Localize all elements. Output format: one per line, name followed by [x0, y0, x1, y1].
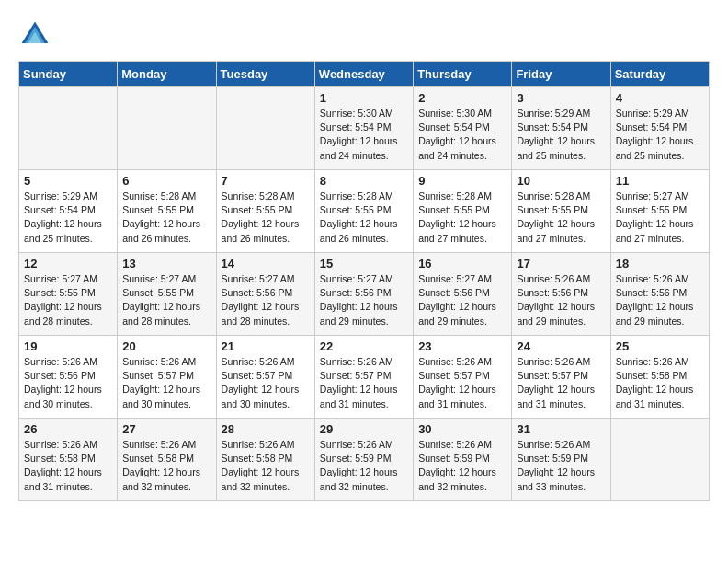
weekday-header-sunday: Sunday	[19, 62, 118, 87]
calendar-cell: 21Sunrise: 5:26 AMSunset: 5:57 PMDayligh…	[216, 336, 314, 419]
day-number: 19	[24, 339, 112, 353]
calendar-cell: 14Sunrise: 5:27 AMSunset: 5:56 PMDayligh…	[216, 253, 314, 336]
cell-info: Sunrise: 5:26 AMSunset: 5:58 PMDaylight:…	[24, 438, 112, 494]
calendar-cell: 27Sunrise: 5:26 AMSunset: 5:58 PMDayligh…	[118, 419, 216, 501]
cell-info: Sunrise: 5:27 AMSunset: 5:56 PMDaylight:…	[320, 272, 408, 328]
page-header	[18, 18, 710, 52]
day-number: 11	[616, 174, 704, 188]
day-number: 20	[122, 339, 210, 353]
calendar-cell: 30Sunrise: 5:26 AMSunset: 5:59 PMDayligh…	[414, 419, 512, 501]
logo-icon	[18, 18, 51, 52]
calendar-cell: 17Sunrise: 5:26 AMSunset: 5:56 PMDayligh…	[512, 253, 610, 336]
day-number: 1	[320, 91, 408, 105]
day-number: 8	[320, 174, 408, 188]
cell-info: Sunrise: 5:26 AMSunset: 5:56 PMDaylight:…	[616, 272, 704, 328]
weekday-header-row: SundayMondayTuesdayWednesdayThursdayFrid…	[19, 62, 710, 87]
weekday-header-monday: Monday	[118, 62, 216, 87]
weekday-header-wednesday: Wednesday	[314, 62, 413, 87]
cell-info: Sunrise: 5:26 AMSunset: 5:57 PMDaylight:…	[418, 355, 506, 411]
day-number: 12	[24, 257, 112, 270]
logo	[18, 18, 57, 52]
calendar-cell: 3Sunrise: 5:29 AMSunset: 5:54 PMDaylight…	[512, 87, 610, 170]
weekday-header-friday: Friday	[512, 62, 610, 87]
day-number: 14	[222, 257, 310, 270]
calendar-cell: 13Sunrise: 5:27 AMSunset: 5:55 PMDayligh…	[118, 253, 216, 336]
weekday-header-saturday: Saturday	[610, 62, 709, 87]
calendar-cell: 24Sunrise: 5:26 AMSunset: 5:57 PMDayligh…	[512, 336, 610, 419]
day-number: 13	[122, 257, 210, 270]
calendar-cell: 6Sunrise: 5:28 AMSunset: 5:55 PMDaylight…	[118, 170, 216, 253]
cell-info: Sunrise: 5:26 AMSunset: 5:58 PMDaylight:…	[616, 355, 704, 411]
calendar-cell: 5Sunrise: 5:29 AMSunset: 5:54 PMDaylight…	[19, 170, 118, 253]
calendar-week-row: 5Sunrise: 5:29 AMSunset: 5:54 PMDaylight…	[19, 170, 710, 253]
day-number: 9	[418, 174, 506, 188]
calendar-cell: 7Sunrise: 5:28 AMSunset: 5:55 PMDaylight…	[216, 170, 314, 253]
calendar-cell: 20Sunrise: 5:26 AMSunset: 5:57 PMDayligh…	[118, 336, 216, 419]
cell-info: Sunrise: 5:27 AMSunset: 5:55 PMDaylight:…	[616, 190, 704, 246]
day-number: 27	[122, 422, 210, 436]
calendar-cell: 11Sunrise: 5:27 AMSunset: 5:55 PMDayligh…	[610, 170, 709, 253]
calendar-cell	[610, 419, 709, 501]
day-number: 6	[122, 174, 210, 188]
calendar-cell: 1Sunrise: 5:30 AMSunset: 5:54 PMDaylight…	[314, 87, 413, 170]
cell-info: Sunrise: 5:28 AMSunset: 5:55 PMDaylight:…	[418, 190, 506, 246]
cell-info: Sunrise: 5:26 AMSunset: 5:58 PMDaylight:…	[222, 438, 310, 494]
day-number: 23	[418, 339, 506, 353]
day-number: 7	[222, 174, 310, 188]
calendar-cell: 25Sunrise: 5:26 AMSunset: 5:58 PMDayligh…	[610, 336, 709, 419]
cell-info: Sunrise: 5:28 AMSunset: 5:55 PMDaylight:…	[222, 190, 310, 246]
cell-info: Sunrise: 5:26 AMSunset: 5:56 PMDaylight:…	[517, 272, 605, 328]
day-number: 2	[418, 91, 506, 105]
calendar-cell: 8Sunrise: 5:28 AMSunset: 5:55 PMDaylight…	[314, 170, 413, 253]
day-number: 5	[24, 174, 112, 188]
day-number: 25	[616, 339, 704, 353]
calendar-cell: 15Sunrise: 5:27 AMSunset: 5:56 PMDayligh…	[314, 253, 413, 336]
calendar-cell: 23Sunrise: 5:26 AMSunset: 5:57 PMDayligh…	[414, 336, 512, 419]
cell-info: Sunrise: 5:26 AMSunset: 5:57 PMDaylight:…	[517, 355, 605, 411]
cell-info: Sunrise: 5:29 AMSunset: 5:54 PMDaylight:…	[517, 107, 605, 163]
cell-info: Sunrise: 5:26 AMSunset: 5:59 PMDaylight:…	[517, 438, 605, 494]
day-number: 28	[222, 422, 310, 436]
calendar-cell: 4Sunrise: 5:29 AMSunset: 5:54 PMDaylight…	[610, 87, 709, 170]
calendar-body: 1Sunrise: 5:30 AMSunset: 5:54 PMDaylight…	[19, 87, 710, 501]
calendar-table: SundayMondayTuesdayWednesdayThursdayFrid…	[18, 61, 710, 501]
calendar-cell: 9Sunrise: 5:28 AMSunset: 5:55 PMDaylight…	[414, 170, 512, 253]
calendar-cell: 22Sunrise: 5:26 AMSunset: 5:57 PMDayligh…	[314, 336, 413, 419]
cell-info: Sunrise: 5:30 AMSunset: 5:54 PMDaylight:…	[320, 107, 408, 163]
calendar-cell	[19, 87, 118, 170]
calendar-cell: 29Sunrise: 5:26 AMSunset: 5:59 PMDayligh…	[314, 419, 413, 501]
cell-info: Sunrise: 5:28 AMSunset: 5:55 PMDaylight:…	[517, 190, 605, 246]
day-number: 3	[517, 91, 605, 105]
calendar-cell: 18Sunrise: 5:26 AMSunset: 5:56 PMDayligh…	[610, 253, 709, 336]
cell-info: Sunrise: 5:29 AMSunset: 5:54 PMDaylight:…	[616, 107, 704, 163]
cell-info: Sunrise: 5:30 AMSunset: 5:54 PMDaylight:…	[418, 107, 506, 163]
calendar-cell	[118, 87, 216, 170]
day-number: 30	[418, 422, 506, 436]
cell-info: Sunrise: 5:28 AMSunset: 5:55 PMDaylight:…	[122, 190, 210, 246]
calendar-week-row: 1Sunrise: 5:30 AMSunset: 5:54 PMDaylight…	[19, 87, 710, 170]
day-number: 16	[418, 257, 506, 270]
cell-info: Sunrise: 5:26 AMSunset: 5:57 PMDaylight:…	[320, 355, 408, 411]
calendar-cell: 31Sunrise: 5:26 AMSunset: 5:59 PMDayligh…	[512, 419, 610, 501]
cell-info: Sunrise: 5:26 AMSunset: 5:57 PMDaylight:…	[222, 355, 310, 411]
calendar-cell	[216, 87, 314, 170]
cell-info: Sunrise: 5:26 AMSunset: 5:58 PMDaylight:…	[122, 438, 210, 494]
day-number: 10	[517, 174, 605, 188]
day-number: 4	[616, 91, 704, 105]
weekday-header-thursday: Thursday	[414, 62, 512, 87]
calendar-cell: 2Sunrise: 5:30 AMSunset: 5:54 PMDaylight…	[414, 87, 512, 170]
calendar-cell: 26Sunrise: 5:26 AMSunset: 5:58 PMDayligh…	[19, 419, 118, 501]
calendar-week-row: 19Sunrise: 5:26 AMSunset: 5:56 PMDayligh…	[19, 336, 710, 419]
day-number: 18	[616, 257, 704, 270]
calendar-cell: 16Sunrise: 5:27 AMSunset: 5:56 PMDayligh…	[414, 253, 512, 336]
cell-info: Sunrise: 5:26 AMSunset: 5:59 PMDaylight:…	[320, 438, 408, 494]
calendar-week-row: 26Sunrise: 5:26 AMSunset: 5:58 PMDayligh…	[19, 419, 710, 501]
cell-info: Sunrise: 5:29 AMSunset: 5:54 PMDaylight:…	[24, 190, 112, 246]
cell-info: Sunrise: 5:26 AMSunset: 5:59 PMDaylight:…	[418, 438, 506, 494]
day-number: 31	[517, 422, 605, 436]
calendar-header: SundayMondayTuesdayWednesdayThursdayFrid…	[19, 62, 710, 87]
cell-info: Sunrise: 5:27 AMSunset: 5:55 PMDaylight:…	[24, 272, 112, 328]
day-number: 29	[320, 422, 408, 436]
calendar-week-row: 12Sunrise: 5:27 AMSunset: 5:55 PMDayligh…	[19, 253, 710, 336]
day-number: 22	[320, 339, 408, 353]
